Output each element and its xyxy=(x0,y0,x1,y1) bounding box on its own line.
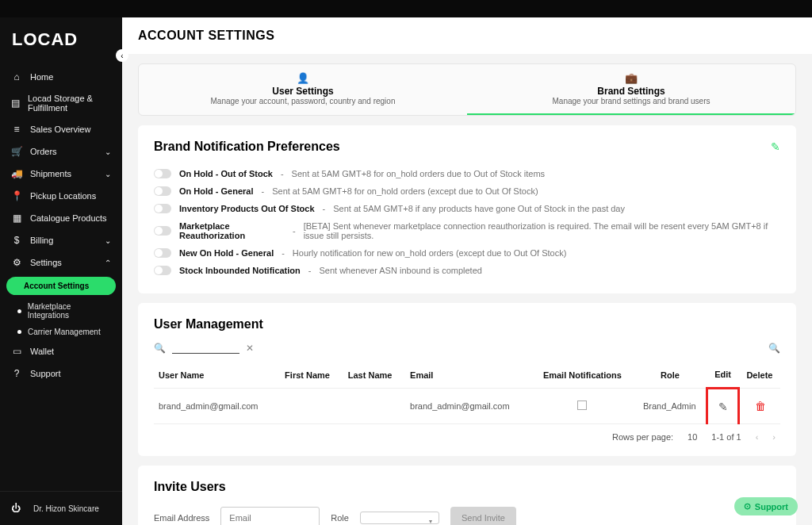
prev-page-icon[interactable]: ‹ xyxy=(756,432,759,442)
table-row: brand_admin@gmail.com brand_admin@gmail.… xyxy=(154,389,780,424)
nav-account-settings[interactable]: Account Settings xyxy=(6,277,116,295)
pagination: Rows per page: 10 1-1 of 1 ‹ › xyxy=(154,424,780,442)
cell-lastname xyxy=(343,389,405,424)
user-icon: 👤 xyxy=(147,72,459,84)
home-icon: ⌂ xyxy=(11,71,22,82)
nav-sales[interactable]: ≡Sales Overview xyxy=(0,118,122,140)
help-icon: ? xyxy=(11,368,22,379)
users-title: User Management xyxy=(154,317,780,331)
page-title: ACCOUNT SETTINGS xyxy=(138,29,796,43)
page-range: 1-1 of 1 xyxy=(711,432,741,442)
pref-row: Marketplace Reauthorization-[BETA] Sent … xyxy=(154,217,780,244)
nav-storage[interactable]: ▤Locad Storage & Fulfillment xyxy=(0,88,122,118)
nav-marketplace-integrations[interactable]: Marketplace Integrations xyxy=(0,298,122,324)
pref-row: New On Hold - General-Hourly notificatio… xyxy=(154,244,780,262)
tab-user-settings[interactable]: 👤 User Settings Manage your account, pas… xyxy=(139,64,467,115)
invite-users-card: Invite Users Email Address Role Send Inv… xyxy=(138,466,796,525)
nav-support[interactable]: ?Support xyxy=(0,362,122,385)
toggle[interactable] xyxy=(154,248,171,258)
col-email: Email xyxy=(405,362,531,389)
nav-orders[interactable]: 🛒Orders⌄ xyxy=(0,140,122,163)
truck-icon: 🚚 xyxy=(11,168,22,179)
chevron-down-icon: ⌄ xyxy=(105,170,111,178)
chevron-down-icon: ⌄ xyxy=(105,148,111,156)
col-edit: Edit xyxy=(707,362,738,389)
brand-name: Dr. Hizon Skincare xyxy=(33,504,99,513)
toggle[interactable] xyxy=(154,169,171,178)
col-delete: Delete xyxy=(739,362,780,389)
support-button[interactable]: ⊙ Support xyxy=(734,497,798,515)
search-input[interactable] xyxy=(172,343,239,354)
nav-home[interactable]: ⌂Home xyxy=(0,66,122,88)
col-notif: Email Notifications xyxy=(531,362,633,389)
col-username: User Name xyxy=(154,362,280,389)
nav-settings[interactable]: ⚙Settings⌃ xyxy=(0,251,122,274)
pref-row: Inventory Products Out Of Stock-Sent at … xyxy=(154,200,780,217)
invite-title: Invite Users xyxy=(154,480,780,494)
pref-row: Stock Inbounded Notification-Sent whenev… xyxy=(154,262,780,279)
delete-user-icon[interactable]: 🗑 xyxy=(755,400,766,412)
tab-subtitle: Manage your brand settings and brand use… xyxy=(475,97,787,105)
search-icon-right[interactable]: 🔍 xyxy=(768,343,780,354)
tab-subtitle: Manage your account, password, country a… xyxy=(147,97,459,105)
users-table: User Name First Name Last Name Email Ema… xyxy=(154,362,780,424)
logo: LOCAD xyxy=(0,17,122,66)
invite-role-select[interactable] xyxy=(360,512,439,524)
role-label: Role xyxy=(331,513,349,523)
settings-tabs: 👤 User Settings Manage your account, pas… xyxy=(138,63,796,116)
nav-billing[interactable]: $Billing⌄ xyxy=(0,229,122,251)
catalogue-icon: ▦ xyxy=(11,213,22,224)
prefs-title: Brand Notification Preferences xyxy=(154,140,340,154)
sidebar-footer: ⏻ Dr. Hizon Skincare xyxy=(0,491,122,525)
gear-icon: ⚙ xyxy=(11,257,22,268)
nav-catalogue[interactable]: ▦Catalogue Products xyxy=(0,207,122,229)
toggle[interactable] xyxy=(154,266,171,275)
next-page-icon[interactable]: › xyxy=(772,432,776,442)
col-role: Role xyxy=(634,362,707,389)
sales-icon: ≡ xyxy=(11,124,22,135)
cell-role: Brand_Admin xyxy=(634,389,707,424)
nav-pickup[interactable]: 📍Pickup Locations xyxy=(0,185,122,207)
tab-title: Brand Settings xyxy=(475,86,787,97)
tab-title: User Settings xyxy=(147,86,459,97)
briefcase-icon: 💼 xyxy=(475,72,787,84)
main-content: ACCOUNT SETTINGS 👤 User Settings Manage … xyxy=(122,17,812,525)
edit-user-icon[interactable]: ✎ xyxy=(718,400,728,413)
pref-row: On Hold - Out of Stock-Sent at 5AM GMT+8… xyxy=(154,165,780,182)
toggle[interactable] xyxy=(154,204,171,213)
pref-row: On Hold - General-Sent at 5AM GMT+8 for … xyxy=(154,182,780,200)
notif-checkbox[interactable] xyxy=(577,400,587,410)
storage-icon: ▤ xyxy=(11,98,20,109)
dollar-icon: $ xyxy=(11,235,22,246)
cart-icon: 🛒 xyxy=(11,146,22,157)
invite-email-input[interactable] xyxy=(220,507,320,525)
toggle[interactable] xyxy=(154,186,171,196)
cell-username: brand_admin@gmail.com xyxy=(154,389,280,424)
cell-firstname xyxy=(280,389,343,424)
email-label: Email Address xyxy=(154,513,209,523)
rows-per-page-label: Rows per page: xyxy=(612,432,673,442)
chevron-down-icon: ⌄ xyxy=(105,236,111,245)
notification-prefs-card: Brand Notification Preferences ✎ On Hold… xyxy=(138,125,796,293)
pin-icon: 📍 xyxy=(11,190,22,201)
rows-per-page-value[interactable]: 10 xyxy=(688,432,697,442)
tab-brand-settings[interactable]: 💼 Brand Settings Manage your brand setti… xyxy=(467,64,795,115)
nav-wallet[interactable]: ▭Wallet xyxy=(0,340,122,362)
cell-email: brand_admin@gmail.com xyxy=(405,389,531,424)
col-lastname: Last Name xyxy=(343,362,405,389)
collapse-sidebar-button[interactable]: ‹ xyxy=(116,49,128,62)
search-icon[interactable]: 🔍 xyxy=(154,343,166,354)
user-management-card: User Management 🔍 ✕ 🔍 User Name First Na… xyxy=(138,303,796,456)
edit-prefs-icon[interactable]: ✎ xyxy=(771,140,780,153)
power-icon[interactable]: ⏻ xyxy=(11,503,22,514)
toggle[interactable] xyxy=(154,226,171,236)
clear-search-icon[interactable]: ✕ xyxy=(246,343,254,354)
sidebar: LOCAD ‹ ⌂Home ▤Locad Storage & Fulfillme… xyxy=(0,17,122,525)
support-icon: ⊙ xyxy=(744,501,751,512)
wallet-icon: ▭ xyxy=(11,346,22,357)
col-firstname: First Name xyxy=(280,362,343,389)
chevron-up-icon: ⌃ xyxy=(105,259,111,267)
nav-shipments[interactable]: 🚚Shipments⌄ xyxy=(0,163,122,185)
nav-carrier-management[interactable]: Carrier Management xyxy=(0,324,122,340)
send-invite-button[interactable]: Send Invite xyxy=(450,507,516,525)
